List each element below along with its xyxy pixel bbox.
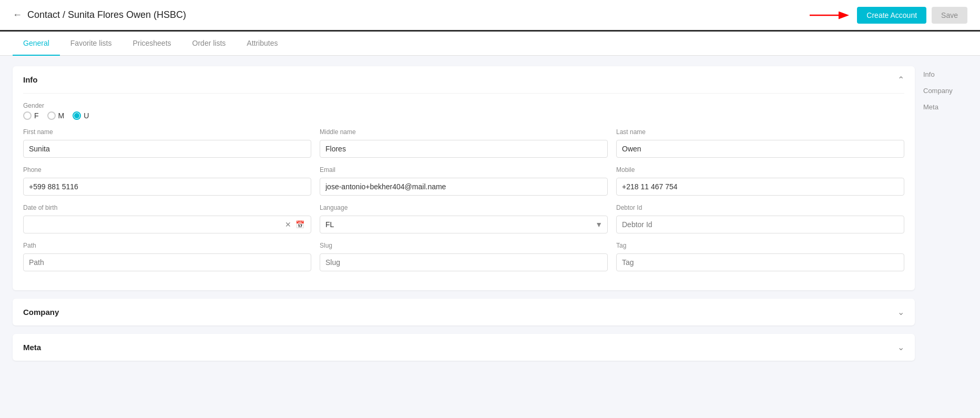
dob-lang-row: Date of birth ✕ 📅 Language FL EN (23, 204, 904, 233)
page-title: Contact / Sunita Flores Owen (HSBC) (27, 9, 186, 21)
company-section: Company ⌄ (13, 299, 915, 325)
arrow-indicator (810, 9, 852, 22)
gender-u-option[interactable]: U (73, 111, 89, 120)
gender-m-label: M (58, 111, 65, 120)
first-name-field: First name (23, 128, 311, 158)
first-name-label: First name (23, 128, 311, 136)
gender-f-label: F (34, 111, 39, 120)
dob-clear-button[interactable]: ✕ (283, 218, 293, 231)
slug-label: Slug (320, 242, 608, 249)
middle-name-label: Middle name (320, 128, 608, 136)
language-select-wrapper: FL EN DE FR ▼ (320, 216, 608, 233)
tab-order-lists[interactable]: Order lists (182, 32, 237, 56)
mobile-field: Mobile (616, 166, 904, 196)
sidebar-nav-info[interactable]: Info (923, 68, 967, 80)
contact-row: Phone Email Mobile (23, 166, 904, 196)
email-label: Email (320, 166, 608, 174)
phone-field: Phone (23, 166, 311, 196)
language-label: Language (320, 204, 608, 211)
middle-name-field: Middle name (320, 128, 608, 158)
tab-general[interactable]: General (13, 32, 60, 56)
company-section-header[interactable]: Company ⌄ (13, 299, 915, 325)
info-section: Info ⌃ Gender F M (13, 66, 915, 290)
gender-f-option[interactable]: F (23, 111, 39, 120)
path-input[interactable] (23, 253, 311, 271)
path-field: Path (23, 242, 311, 271)
name-row: First name Middle name Last name (23, 128, 904, 158)
back-button[interactable]: ← (13, 9, 22, 21)
sidebar-nav-meta[interactable]: Meta (923, 101, 967, 113)
mobile-input[interactable] (616, 178, 904, 196)
dob-input[interactable] (28, 216, 283, 233)
sidebar-nav-company[interactable]: Company (923, 85, 967, 97)
meta-section-header[interactable]: Meta ⌄ (13, 334, 915, 361)
tab-attributes[interactable]: Attributes (236, 32, 288, 56)
create-account-button[interactable]: Create Account (857, 7, 926, 24)
tag-label: Tag (616, 242, 904, 249)
first-name-input[interactable] (23, 140, 311, 158)
meta-chevron-icon: ⌄ (897, 342, 904, 352)
tag-field: Tag (616, 242, 904, 271)
path-label: Path (23, 242, 311, 249)
gender-row: F M U (23, 111, 904, 120)
email-input[interactable] (320, 178, 608, 196)
last-name-label: Last name (616, 128, 904, 136)
slug-field: Slug (320, 242, 608, 271)
slug-input[interactable] (320, 253, 608, 271)
dob-calendar-button[interactable]: 📅 (293, 218, 307, 231)
gender-u-label: U (84, 111, 89, 120)
tabs-bar: General Favorite lists Pricesheets Order… (0, 32, 980, 56)
info-section-header[interactable]: Info ⌃ (13, 66, 915, 93)
language-select[interactable]: FL EN DE FR (320, 216, 608, 233)
meta-section-title: Meta (23, 343, 41, 352)
save-button[interactable]: Save (932, 7, 967, 24)
gender-m-option[interactable]: M (47, 111, 65, 120)
main-content: Info ⌃ Gender F M (0, 56, 980, 380)
gender-f-radio[interactable] (23, 111, 32, 120)
top-bar-left: ← Contact / Sunita Flores Owen (HSBC) (13, 9, 186, 21)
dob-label: Date of birth (23, 204, 311, 211)
debtor-id-input[interactable] (616, 216, 904, 233)
tab-pricesheets[interactable]: Pricesheets (122, 32, 181, 56)
form-area: Info ⌃ Gender F M (13, 66, 915, 369)
email-field: Email (320, 166, 608, 196)
dob-field: Date of birth ✕ 📅 (23, 204, 311, 233)
top-bar: ← Contact / Sunita Flores Owen (HSBC) Cr… (0, 0, 980, 32)
right-sidebar: Info Company Meta (915, 66, 967, 369)
mobile-label: Mobile (616, 166, 904, 174)
phone-label: Phone (23, 166, 311, 174)
middle-name-input[interactable] (320, 140, 608, 158)
dob-input-wrapper: ✕ 📅 (23, 216, 311, 233)
gender-u-radio[interactable] (73, 111, 81, 120)
company-section-title: Company (23, 308, 59, 317)
phone-input[interactable] (23, 178, 311, 196)
last-name-field: Last name (616, 128, 904, 158)
company-chevron-icon: ⌄ (897, 307, 904, 317)
info-section-body: Gender F M (13, 93, 915, 290)
last-name-input[interactable] (616, 140, 904, 158)
language-field: Language FL EN DE FR ▼ (320, 204, 608, 233)
debtor-id-field: Debtor Id (616, 204, 904, 233)
gender-label: Gender (23, 102, 904, 109)
info-section-title: Info (23, 75, 38, 84)
tab-favorite-lists[interactable]: Favorite lists (60, 32, 122, 56)
meta-section: Meta ⌄ (13, 334, 915, 361)
gender-m-radio[interactable] (47, 111, 56, 120)
info-chevron-icon: ⌃ (897, 75, 904, 85)
tag-input[interactable] (616, 253, 904, 271)
path-slug-tag-row: Path Slug Tag (23, 242, 904, 271)
debtor-id-label: Debtor Id (616, 204, 904, 211)
top-bar-right: Create Account Save (810, 7, 967, 24)
